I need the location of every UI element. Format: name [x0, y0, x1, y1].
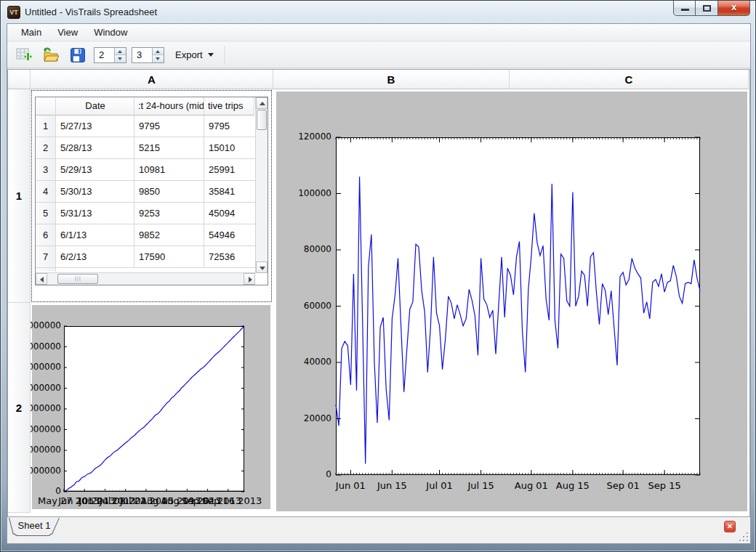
corner-header[interactable] — [8, 70, 31, 89]
table-column-header[interactable]: :t 24-hours (mid — [134, 97, 204, 115]
table-row-number[interactable]: 2 — [36, 137, 56, 158]
table-row[interactable]: 25/28/13521515010 — [36, 137, 268, 159]
table-cell[interactable]: 5/29/13 — [56, 159, 134, 180]
scroll-down-button[interactable] — [256, 261, 268, 273]
table-cell[interactable]: 9850 — [134, 181, 204, 202]
table-cell[interactable]: 9795 — [204, 115, 254, 137]
table-cell[interactable]: 25991 — [204, 159, 254, 180]
table-row[interactable]: 76/2/131759072536 — [36, 246, 268, 268]
menu-view[interactable]: View — [49, 25, 86, 40]
table-row-number[interactable]: 3 — [36, 159, 56, 180]
open-icon — [42, 46, 60, 64]
tick-label: Jul 01 — [422, 480, 457, 491]
maximize-button[interactable] — [696, 1, 718, 16]
row-header-2[interactable]: 2 — [8, 303, 31, 513]
table-cell[interactable]: 15010 — [204, 137, 254, 158]
client-area: Main View Window — [7, 23, 751, 544]
col-count-value[interactable]: 3 — [132, 48, 152, 62]
menu-main[interactable]: Main — [13, 25, 49, 40]
tick-label: Sep 15 — [647, 480, 682, 491]
col-count-spinner[interactable]: 3 — [132, 47, 164, 63]
table-row-number[interactable]: 5 — [36, 203, 56, 224]
tick-label: Aug 01 — [514, 480, 549, 491]
table-cell[interactable]: 9795 — [134, 115, 204, 137]
table-cell[interactable]: 35841 — [204, 181, 254, 202]
minimize-button[interactable] — [673, 1, 696, 16]
table-cell[interactable]: 5/28/13 — [56, 137, 134, 158]
table-cell[interactable]: 54946 — [204, 224, 254, 245]
table-row-number[interactable]: 1 — [36, 115, 56, 137]
menu-window[interactable]: Window — [86, 25, 135, 40]
close-tab-button[interactable]: ✕ — [724, 521, 736, 532]
chevron-down-icon — [208, 53, 214, 57]
table-row[interactable]: 35/29/131098125991 — [36, 159, 268, 181]
cell-b1[interactable]: Jun 01Jun 15Jul 01Jul 15Aug 01Aug 15Sep … — [273, 89, 749, 513]
tick-label: 3000000 — [31, 424, 61, 434]
table-cell[interactable]: 9253 — [134, 203, 204, 224]
row-header-1[interactable]: 1 — [8, 89, 31, 303]
table-column-header[interactable] — [36, 97, 56, 115]
sheet-tab-label[interactable]: Sheet 1 — [9, 520, 60, 531]
table-cell[interactable]: 17590 — [134, 246, 204, 267]
table-cell[interactable]: 5215 — [134, 137, 204, 158]
tick-label: 2000000 — [31, 445, 61, 455]
sheet-tab-bar: Sheet 1 ✕ — [7, 518, 750, 543]
table-row[interactable]: 45/30/13985035841 — [36, 181, 268, 203]
tick-label: 4000000 — [31, 403, 61, 413]
tick-label: Jun 15 — [374, 480, 409, 491]
close-button[interactable]: x — [718, 1, 750, 16]
table-vertical-scrollbar[interactable] — [255, 97, 268, 273]
row-spin-up-icon[interactable] — [115, 48, 126, 56]
table-horizontal-scrollbar[interactable] — [36, 272, 255, 285]
title-bar[interactable]: VT Untitled - VisTrails Spreadsheet x — [1, 1, 755, 23]
table-row-number[interactable]: 7 — [36, 246, 56, 267]
table-cell[interactable]: 6/1/13 — [56, 224, 134, 245]
export-button[interactable]: Export — [169, 46, 218, 63]
table-column-header[interactable]: Date — [56, 97, 134, 115]
table-cell[interactable]: 6/2/13 — [56, 246, 134, 267]
scroll-right-button[interactable] — [244, 273, 255, 285]
table-row-number[interactable]: 4 — [36, 181, 56, 202]
table-cell[interactable]: 5/30/13 — [56, 181, 134, 202]
tick-label: 40000 — [304, 357, 331, 367]
scroll-up-button[interactable] — [256, 97, 268, 109]
column-header-b[interactable]: B — [273, 70, 510, 89]
table-cell[interactable]: 5/31/13 — [56, 203, 134, 224]
tick-label: 20000 — [304, 413, 331, 423]
table-cell[interactable]: 5/27/13 — [56, 115, 134, 137]
column-header-c[interactable]: C — [510, 70, 749, 89]
scroll-left-button[interactable] — [36, 273, 47, 285]
new-sheet-icon — [15, 46, 33, 64]
open-button[interactable] — [40, 44, 62, 66]
table-cell[interactable]: 9852 — [134, 224, 204, 245]
resize-grip[interactable] — [739, 532, 748, 541]
maximize-icon — [703, 5, 711, 12]
table-column-header[interactable]: tive trips — [204, 97, 254, 115]
tick-label: 60000 — [304, 301, 331, 311]
row-count-value[interactable]: 2 — [94, 48, 114, 62]
table-row[interactable]: 55/31/13925345094 — [36, 203, 268, 224]
new-sheet-button[interactable] — [13, 44, 35, 66]
row-spin-down-icon[interactable] — [115, 55, 126, 62]
col-spin-up-icon[interactable] — [153, 48, 164, 56]
row-count-spinner[interactable]: 2 — [94, 47, 126, 63]
cell-a1[interactable]: Date:t 24-hours (midtive trips 15/27/139… — [31, 89, 273, 303]
arrow-left-icon — [40, 277, 44, 283]
cell-a2[interactable]: May 27 2013Jun 10 2013Jun 24 2013Jul 08 … — [31, 303, 273, 513]
tick-label: 80000 — [304, 244, 331, 254]
table-cell[interactable]: 45094 — [204, 203, 254, 224]
tick-label: 0 — [326, 469, 331, 479]
tick-label: 120000 — [298, 131, 331, 142]
table-row-number[interactable]: 6 — [36, 224, 56, 245]
save-button[interactable] — [67, 44, 89, 66]
menu-bar: Main View Window — [7, 24, 750, 41]
col-spin-down-icon[interactable] — [153, 55, 164, 62]
table-cell[interactable]: 10981 — [134, 159, 204, 180]
table-row[interactable]: 66/1/13985254946 — [36, 224, 268, 246]
hscroll-thumb[interactable] — [57, 274, 98, 284]
table-cell[interactable]: 72536 — [204, 246, 254, 267]
data-table[interactable]: Date:t 24-hours (midtive trips 15/27/139… — [35, 97, 268, 285]
table-row[interactable]: 15/27/1397959795 — [36, 115, 268, 137]
vscroll-thumb[interactable] — [257, 110, 267, 130]
column-header-a[interactable]: A — [31, 70, 273, 89]
